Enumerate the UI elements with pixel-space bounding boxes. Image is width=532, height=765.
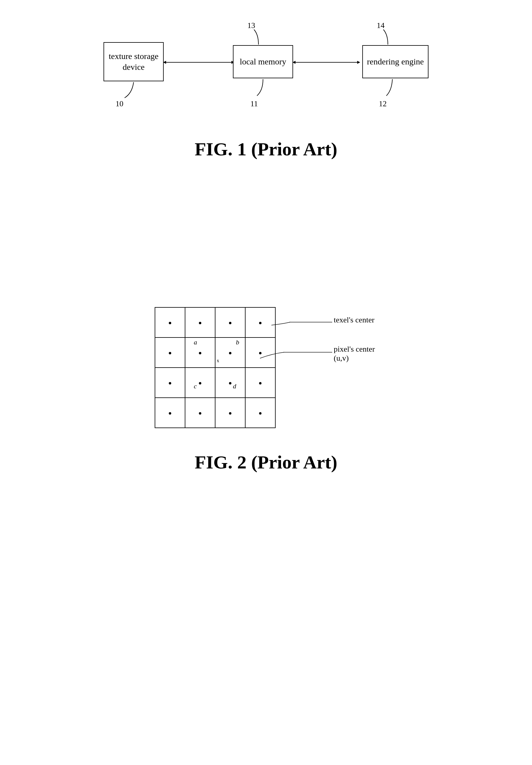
- fig2-section: a b x c: [0, 295, 532, 473]
- dot: [169, 322, 171, 324]
- grid-cell: a: [185, 338, 215, 368]
- grid-cell: [185, 398, 215, 428]
- grid-cell: [155, 338, 185, 368]
- pixel-center-x: x: [217, 358, 219, 364]
- rendering-engine-label: rendering engine: [367, 56, 424, 67]
- dot: [259, 322, 261, 324]
- grid-cell: [155, 398, 185, 428]
- texture-storage-box: texture storage device: [104, 42, 164, 81]
- pixel-center-label: pixel's center(u,v): [334, 345, 375, 363]
- grid-cell: [185, 308, 215, 338]
- fig1-section: texture storage device local memory rend…: [0, 18, 532, 160]
- rendering-engine-box: rendering engine: [362, 45, 428, 78]
- grid-cell: d: [215, 368, 245, 398]
- texel-center-label: texel's center: [334, 316, 374, 325]
- table-row: [155, 308, 275, 338]
- dot: [169, 382, 171, 384]
- dot: [229, 412, 231, 414]
- label-c: c: [194, 382, 197, 390]
- grid-cell: [245, 308, 275, 338]
- label-12: 12: [379, 99, 387, 108]
- grid-cell: [215, 398, 245, 428]
- dot: [199, 412, 201, 414]
- label-b: b: [236, 339, 239, 346]
- fig1-diagram: texture storage device local memory rend…: [86, 18, 446, 120]
- dot: [199, 382, 201, 384]
- grid-cell: [245, 338, 275, 368]
- dot: [229, 322, 231, 324]
- grid-cell: [245, 398, 275, 428]
- dot: [199, 352, 201, 355]
- grid-cell: [155, 308, 185, 338]
- table-row: [155, 398, 275, 428]
- grid-cell: [155, 368, 185, 398]
- texel-center-text: texel's center: [334, 316, 374, 324]
- fig1-title: FIG. 1 (Prior Art): [195, 139, 337, 160]
- dot: [259, 352, 261, 355]
- dot: [229, 352, 231, 355]
- label-d: d: [233, 382, 236, 390]
- table-row: a b x: [155, 338, 275, 368]
- pixel-center-text: pixel's center(u,v): [334, 345, 375, 363]
- label-13: 13: [247, 21, 255, 30]
- local-memory-label: local memory: [240, 56, 286, 67]
- grid-cell: [245, 368, 275, 398]
- svg-marker-5: [357, 61, 360, 64]
- dot: [259, 382, 261, 384]
- label-10: 10: [116, 99, 124, 108]
- grid-cell: [215, 308, 245, 338]
- dot: [169, 352, 171, 355]
- texture-storage-label: texture storage device: [104, 51, 163, 73]
- label-14: 14: [377, 21, 385, 30]
- texel-grid: a b x c: [155, 307, 276, 428]
- dot: [199, 322, 201, 324]
- dot: [229, 382, 231, 384]
- dot: [259, 412, 261, 414]
- table-row: c d: [155, 368, 275, 398]
- grid-cell: c: [185, 368, 215, 398]
- dot: [169, 412, 171, 414]
- fig2-title: FIG. 2 (Prior Art): [195, 451, 337, 473]
- local-memory-box: local memory: [233, 45, 293, 78]
- label-a: a: [194, 339, 197, 346]
- fig2-diagram: a b x c: [131, 295, 401, 439]
- grid-cell: b x: [215, 338, 245, 368]
- label-11: 11: [250, 99, 258, 108]
